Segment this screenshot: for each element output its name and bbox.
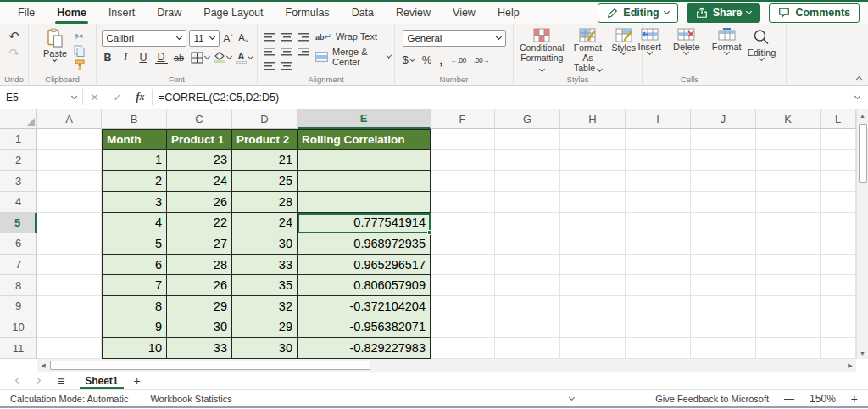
cell-J2[interactable] bbox=[691, 150, 756, 171]
tab-view[interactable]: View bbox=[442, 2, 487, 24]
cell-C4[interactable]: 26 bbox=[167, 192, 232, 213]
share-button[interactable]: Share bbox=[687, 3, 761, 23]
cell-E7[interactable]: 0.965296517 bbox=[298, 255, 431, 276]
column-header-E[interactable]: E bbox=[298, 109, 431, 129]
comments-button[interactable]: Comments bbox=[769, 3, 860, 23]
tab-file[interactable]: File bbox=[7, 2, 46, 24]
editing-menu-button[interactable]: Editing bbox=[743, 28, 781, 60]
cell-G9[interactable] bbox=[495, 296, 560, 317]
cell-C3[interactable]: 24 bbox=[167, 171, 232, 192]
borders-button[interactable] bbox=[191, 52, 209, 64]
formula-input[interactable]: =CORREL(C2:C5,D2:D5) bbox=[153, 86, 846, 109]
format-as-table-button[interactable]: Format As Table bbox=[570, 28, 606, 73]
tab-insert[interactable]: Insert bbox=[97, 2, 146, 24]
cell-F9[interactable] bbox=[431, 296, 495, 317]
sheet-tab-sheet1[interactable]: Sheet1 bbox=[80, 372, 123, 389]
cell-E3[interactable] bbox=[298, 171, 431, 192]
cell-C7[interactable]: 28 bbox=[167, 255, 232, 276]
cell-F3[interactable] bbox=[431, 171, 495, 192]
cell-G3[interactable] bbox=[495, 171, 560, 192]
increase-decimal-button[interactable]: ←.00 bbox=[450, 56, 465, 64]
row-header-1[interactable]: 1 bbox=[0, 129, 37, 150]
redo-icon[interactable]: ↷ bbox=[8, 47, 19, 59]
cell-H2[interactable] bbox=[560, 150, 626, 171]
align-left-icon[interactable] bbox=[264, 47, 275, 56]
cell-K6[interactable] bbox=[756, 233, 821, 255]
cell-A6[interactable] bbox=[37, 233, 102, 255]
row-header-11[interactable]: 11 bbox=[0, 338, 37, 359]
cell-L4[interactable] bbox=[821, 192, 856, 213]
number-format-select[interactable]: General bbox=[403, 30, 506, 47]
cell-H6[interactable] bbox=[560, 233, 626, 255]
column-header-A[interactable]: A bbox=[37, 109, 102, 129]
cell-G8[interactable] bbox=[495, 275, 560, 296]
cell-B2[interactable]: 1 bbox=[102, 150, 167, 171]
cell-K2[interactable] bbox=[756, 150, 821, 171]
cell-A4[interactable] bbox=[37, 192, 102, 213]
italic-button[interactable]: I bbox=[120, 51, 132, 64]
cell-K10[interactable] bbox=[756, 317, 821, 339]
cell-K1[interactable] bbox=[756, 129, 821, 150]
cell-H11[interactable] bbox=[560, 338, 626, 359]
cell-A3[interactable] bbox=[37, 171, 102, 192]
copy-icon[interactable] bbox=[74, 45, 85, 57]
cell-H4[interactable] bbox=[560, 192, 626, 213]
cell-E11[interactable]: -0.829227983 bbox=[298, 338, 431, 359]
cell-F4[interactable] bbox=[431, 192, 495, 213]
cell-D7[interactable]: 33 bbox=[232, 255, 298, 276]
cell-D6[interactable]: 30 bbox=[232, 233, 298, 255]
paste-button[interactable]: Paste bbox=[40, 28, 70, 61]
tab-home[interactable]: Home bbox=[46, 2, 97, 24]
cell-C5[interactable]: 22 bbox=[167, 213, 232, 234]
cell-L7[interactable] bbox=[821, 255, 856, 276]
cell-I11[interactable] bbox=[626, 338, 691, 359]
tab-draw[interactable]: Draw bbox=[146, 2, 192, 24]
fill-color-button[interactable] bbox=[214, 52, 231, 63]
name-box[interactable]: E5 bbox=[0, 86, 82, 109]
cell-D5[interactable]: 24 bbox=[232, 213, 298, 234]
cell-K3[interactable] bbox=[756, 171, 821, 192]
align-bottom-icon[interactable] bbox=[298, 32, 309, 42]
cell-E6[interactable]: 0.968972935 bbox=[298, 233, 431, 255]
cell-F1[interactable] bbox=[431, 129, 495, 150]
undo-icon[interactable]: ↶ bbox=[8, 30, 19, 42]
scroll-down-button[interactable]: ▼ bbox=[857, 347, 868, 359]
cell-A7[interactable] bbox=[37, 255, 102, 276]
font-name-select[interactable]: Calibri bbox=[102, 30, 186, 47]
cell-E8[interactable]: 0.806057909 bbox=[298, 275, 431, 296]
underline-button[interactable]: U bbox=[137, 52, 150, 64]
cell-J11[interactable] bbox=[691, 338, 756, 359]
cell-B3[interactable]: 2 bbox=[102, 171, 167, 192]
zoom-level[interactable]: 150% bbox=[810, 393, 836, 405]
cell-J6[interactable] bbox=[691, 233, 756, 255]
cell-H9[interactable] bbox=[560, 296, 626, 317]
cell-D8[interactable]: 35 bbox=[232, 275, 298, 296]
cell-G4[interactable] bbox=[495, 192, 560, 213]
cell-F2[interactable] bbox=[431, 150, 495, 171]
cell-G6[interactable] bbox=[495, 233, 560, 255]
all-sheets-menu-button[interactable]: ≡ bbox=[47, 372, 75, 389]
cell-G10[interactable] bbox=[495, 317, 560, 339]
cell-J1[interactable] bbox=[691, 129, 756, 150]
cell-E9[interactable]: -0.372104204 bbox=[298, 296, 431, 317]
workbook-statistics-button[interactable]: Workbook Statistics bbox=[150, 394, 231, 404]
cell-A11[interactable] bbox=[37, 338, 102, 359]
cell-K7[interactable] bbox=[756, 255, 821, 276]
delete-cells-button[interactable]: Delete bbox=[669, 28, 704, 54]
align-middle-icon[interactable] bbox=[281, 32, 292, 42]
select-all-button[interactable] bbox=[0, 109, 37, 129]
add-sheet-button[interactable]: + bbox=[124, 372, 151, 389]
cell-K11[interactable] bbox=[756, 338, 821, 359]
cell-J7[interactable] bbox=[691, 255, 756, 276]
wrap-text-button[interactable]: ab↵ Wrap Text bbox=[315, 31, 391, 42]
tab-formulas[interactable]: Formulas bbox=[275, 2, 341, 24]
cell-K5[interactable] bbox=[756, 213, 821, 234]
cell-I7[interactable] bbox=[626, 255, 691, 276]
cell-D2[interactable]: 21 bbox=[232, 150, 298, 171]
decrease-font-size-button[interactable]: A˅ bbox=[237, 32, 250, 44]
cell-B1[interactable]: Month bbox=[102, 129, 167, 150]
scroll-up-button[interactable]: ▲ bbox=[857, 109, 868, 121]
cell-I4[interactable] bbox=[626, 192, 691, 213]
scroll-left-button[interactable]: ◀ bbox=[37, 359, 49, 372]
collapse-ribbon-button[interactable] bbox=[856, 76, 862, 82]
